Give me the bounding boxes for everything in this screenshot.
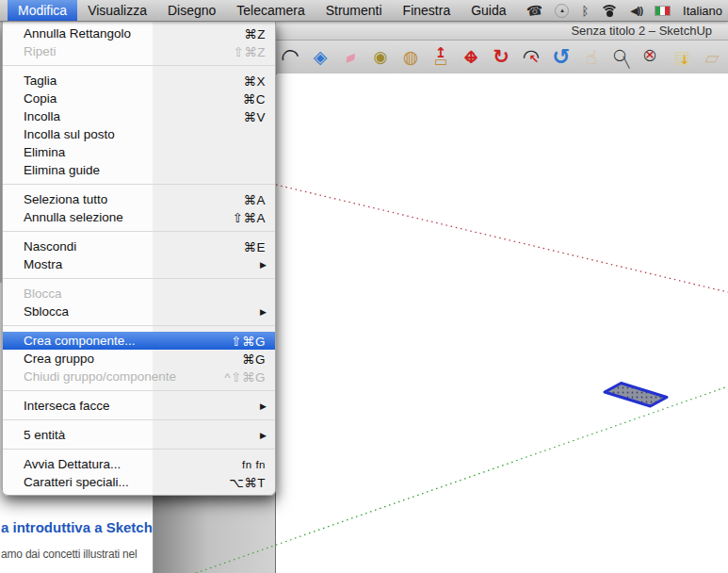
menu-item-label: Crea componente... (24, 334, 136, 348)
face-tool-glyph: ▱ (704, 48, 719, 67)
wifi-icon[interactable] (601, 5, 618, 17)
menu-separator (3, 179, 275, 190)
menu-item-label: Taglia (24, 74, 57, 88)
menu-item-label: Blocca (24, 286, 62, 301)
orbit-tool-icon[interactable]: ↺ (549, 44, 574, 71)
instructor-heading-link[interactable]: a introduttiva a SketchU (1, 519, 154, 535)
menubar-item-strumenti[interactable]: Strumenti (315, 0, 393, 21)
menu-item-shortcut: ⌘A (243, 192, 266, 207)
sketchup-window: Senza titolo 2 – SketchUp ◠◈▰◉◍▭↥↔↕↻◠↖↺☝… (275, 21, 728, 573)
paint-bucket-tool-icon[interactable]: ◍ (398, 44, 423, 71)
menu-item-incolla[interactable]: Incolla⌘V (3, 107, 275, 125)
menu-separator (3, 320, 275, 332)
italian-flag-icon[interactable] (655, 6, 671, 16)
menu-item-shortcut: ⌘V (243, 109, 266, 124)
instructor-body-text: amo dai concetti illustrati nel (1, 548, 154, 561)
menu-item-shortcut: ⌘Z (244, 26, 266, 41)
menu-item-shortcut: ⇧⌘Z (233, 44, 266, 59)
menu-item-chiudi-gruppo-componente[interactable]: Chiudi gruppo/componente^⇧⌘G (3, 368, 275, 385)
menu-item-caratteri-speciali[interactable]: Caratteri speciali...⌥⌘T (3, 473, 275, 491)
menu-item-taglia[interactable]: Taglia⌘X (3, 72, 275, 90)
menu-item-shortcut: ⌘C (243, 91, 266, 106)
menu-item-blocca[interactable]: Blocca (3, 285, 275, 303)
eraser-tool-icon[interactable]: ▰ (338, 44, 363, 71)
rectangle-tool-icon[interactable]: ◈ (308, 44, 332, 71)
zoom-extents-tool-icon[interactable]: ○× (639, 44, 664, 71)
zoom-tool-overlay-glyph: ╲ (614, 50, 639, 76)
menu-item-crea-gruppo[interactable]: Crea gruppo⌘G (3, 350, 275, 368)
menu-item-mostra[interactable]: Mostra▶ (3, 255, 275, 273)
menu-item-label: Incolla sul posto (24, 127, 115, 141)
menu-item-sblocca[interactable]: Sblocca▶ (3, 303, 275, 320)
menubar-item-modifica[interactable]: Modifica (8, 0, 77, 21)
menu-item-label: Seleziona tutto (24, 192, 107, 206)
menu-item-crea-componente[interactable]: Crea componente...⇧⌘G (3, 332, 275, 350)
menu-item-label: Nascondi (24, 239, 76, 254)
menu-item-shortcut: ⌘X (243, 74, 266, 89)
phone-icon[interactable]: ☎ (526, 2, 544, 19)
window-title: Senza titolo 2 – SketchUp (571, 24, 712, 38)
volume-icon[interactable]: ◀)) (630, 5, 642, 17)
menu-item-label: Caratteri speciali... (24, 475, 129, 489)
menu-item-label: Incolla (24, 109, 60, 123)
menu-item-label: 5 entità (24, 428, 65, 442)
menu-item-shortcut: ⌘G (242, 352, 266, 367)
menu-item-incolla-sul-posto[interactable]: Incolla sul posto (3, 125, 275, 143)
menu-item-shortcut: ⌘E (243, 239, 266, 254)
menubar-item-guida[interactable]: Guida (461, 0, 516, 21)
menubar-item-telecamera[interactable]: Telecamera (226, 0, 315, 21)
menu-item-nascondi[interactable]: Nascondi⌘E (3, 237, 275, 255)
menubar-item-disegno[interactable]: Disegno (157, 0, 226, 21)
zoom-tool-icon[interactable]: ○╲ (609, 44, 634, 71)
orbit-tool-glyph: ↺ (552, 46, 570, 68)
menu-item-label: Ripeti (24, 44, 57, 58)
menu-item-seleziona-tutto[interactable]: Seleziona tutto⌘A (3, 190, 275, 208)
sync-status-icon[interactable]: ▴ (555, 4, 569, 18)
menu-item-5-entità[interactable]: 5 entità▶ (3, 426, 275, 444)
rectangle-tool-glyph: ◈ (314, 48, 328, 66)
arc-tool-icon[interactable]: ◠ (278, 44, 302, 71)
offset-tool-icon[interactable]: ◠↖ (519, 44, 543, 71)
menubar-item-visualizza[interactable]: Visualizza (77, 0, 157, 21)
rotate-tool-glyph: ↻ (493, 47, 510, 67)
menu-item-shortcut: ⌥⌘T (229, 475, 266, 490)
menu-item-label: Annulla Rettangolo (24, 26, 131, 41)
arc-tool-glyph: ◠ (278, 44, 301, 70)
menu-separator (3, 60, 275, 72)
rotate-tool-icon[interactable]: ↻ (489, 44, 513, 71)
menu-separator (3, 444, 275, 455)
menu-item-label: Copia (24, 91, 57, 106)
move-tool-icon[interactable]: ↔↕ (459, 44, 483, 71)
bluetooth-icon[interactable]: ᛒ (581, 4, 589, 18)
menu-item-elimina[interactable]: Elimina (3, 143, 275, 161)
menu-item-ripeti[interactable]: Ripeti⇧⌘Z (3, 42, 275, 60)
face-tool-icon[interactable]: ▱ (700, 44, 724, 71)
menu-item-label: Chiudi gruppo/componente (24, 369, 176, 384)
push-pull-tool-overlay-glyph: ↥ (429, 41, 453, 67)
menu-item-label: Mostra (24, 257, 62, 271)
previous-view-tool-overlay-glyph: ↓ (672, 47, 697, 74)
menu-item-annulla-selezione[interactable]: Annulla selezione⇧⌘A (3, 208, 275, 226)
menu-item-label: Elimina (24, 145, 65, 159)
menu-separator (3, 226, 275, 237)
menu-item-avvia-dettatura[interactable]: Avvia Dettatura...fn fn (3, 455, 275, 473)
input-language-label[interactable]: Italiano (683, 4, 722, 18)
menu-item-elimina-guide[interactable]: Elimina guide (3, 161, 275, 179)
menubar-items: ModificaVisualizzaDisegnoTelecameraStrum… (8, 0, 517, 21)
menu-item-shortcut: ^⇧⌘G (224, 369, 266, 385)
push-pull-tool-icon[interactable]: ▭↥ (429, 44, 453, 71)
menu-item-interseca-facce[interactable]: Interseca facce▶ (3, 397, 275, 415)
drawing-canvas[interactable] (277, 74, 728, 573)
menu-item-copia[interactable]: Copia⌘C (3, 90, 275, 107)
window-titlebar[interactable]: Senza titolo 2 – SketchUp (276, 21, 728, 41)
paint-bucket-tool-glyph: ◍ (403, 48, 419, 66)
submenu-arrow-icon: ▶ (260, 431, 267, 440)
pan-tool-icon[interactable]: ☝ (579, 44, 604, 71)
menubar-item-finestra[interactable]: Finestra (393, 0, 461, 21)
menu-item-annulla-rettangolo[interactable]: Annulla Rettangolo⌘Z (3, 25, 275, 42)
tape-measure-tool-icon[interactable]: ◉ (368, 44, 393, 71)
menu-item-label: Annulla selezione (24, 210, 123, 224)
submenu-arrow-icon: ▶ (260, 260, 267, 270)
submenu-arrow-icon: ▶ (260, 401, 267, 411)
previous-view-tool-icon[interactable]: ▤↓ (670, 44, 694, 71)
